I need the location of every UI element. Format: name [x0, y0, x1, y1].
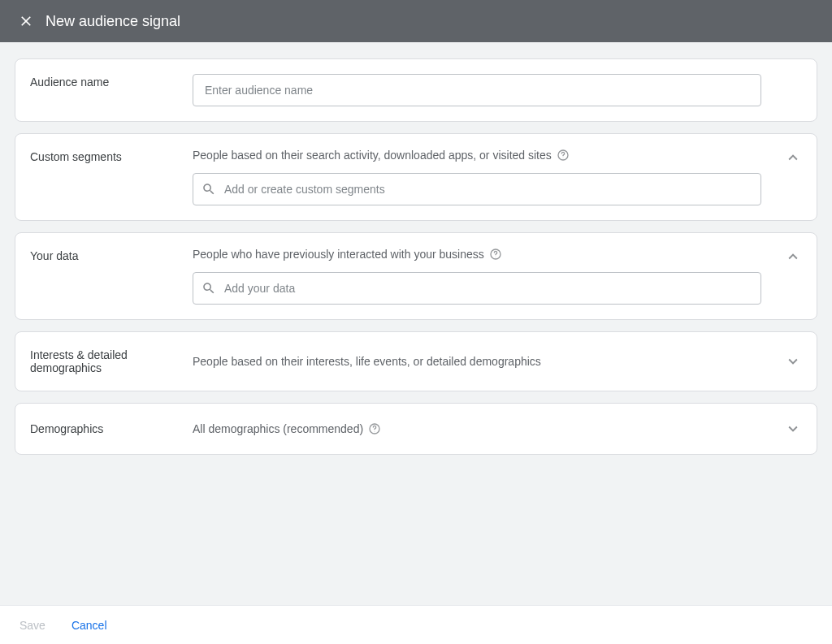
chevron-down-icon[interactable] — [784, 352, 802, 370]
help-icon[interactable] — [368, 422, 381, 435]
app-header: New audience signal — [0, 0, 832, 42]
your-data-search-input[interactable] — [216, 282, 752, 295]
save-button: Save — [20, 619, 46, 632]
demographics-card[interactable]: Demographics All demographics (recommend… — [15, 403, 817, 455]
your-data-label: Your data — [30, 248, 193, 262]
your-data-search[interactable] — [193, 272, 761, 305]
interests-description: People based on their interests, life ev… — [193, 355, 541, 368]
demographics-label: Demographics — [30, 422, 193, 435]
search-icon — [202, 182, 216, 197]
your-data-description: People who have previously interacted wi… — [193, 248, 484, 261]
interests-label: Interests & detailed demographics — [30, 348, 193, 374]
main-content: Audience name Custom segments People bas… — [0, 42, 832, 455]
interests-card[interactable]: Interests & detailed demographics People… — [15, 331, 817, 391]
footer-bar: Save Cancel — [0, 605, 832, 644]
demographics-description: All demographics (recommended) — [193, 422, 363, 435]
custom-segments-label: Custom segments — [30, 149, 193, 163]
chevron-up-icon[interactable] — [784, 248, 802, 266]
audience-name-label: Audience name — [30, 74, 193, 89]
svg-point-1 — [562, 158, 563, 158]
svg-point-3 — [495, 257, 496, 257]
close-button[interactable] — [10, 5, 42, 37]
help-icon[interactable] — [557, 149, 570, 162]
custom-segments-card: Custom segments People based on their se… — [15, 133, 817, 221]
help-icon[interactable] — [489, 248, 502, 261]
search-icon — [202, 281, 216, 296]
page-title: New audience signal — [46, 13, 180, 30]
audience-name-input[interactable] — [193, 74, 761, 106]
custom-segments-search[interactable] — [193, 173, 761, 205]
chevron-down-icon[interactable] — [784, 420, 802, 438]
chevron-up-icon[interactable] — [784, 149, 802, 166]
svg-point-5 — [375, 431, 375, 432]
close-icon — [18, 13, 34, 29]
custom-segments-description: People based on their search activity, d… — [193, 149, 552, 162]
audience-name-card: Audience name — [15, 58, 817, 122]
your-data-card: Your data People who have previously int… — [15, 232, 817, 320]
cancel-button[interactable]: Cancel — [72, 619, 107, 632]
custom-segments-search-input[interactable] — [216, 183, 752, 196]
